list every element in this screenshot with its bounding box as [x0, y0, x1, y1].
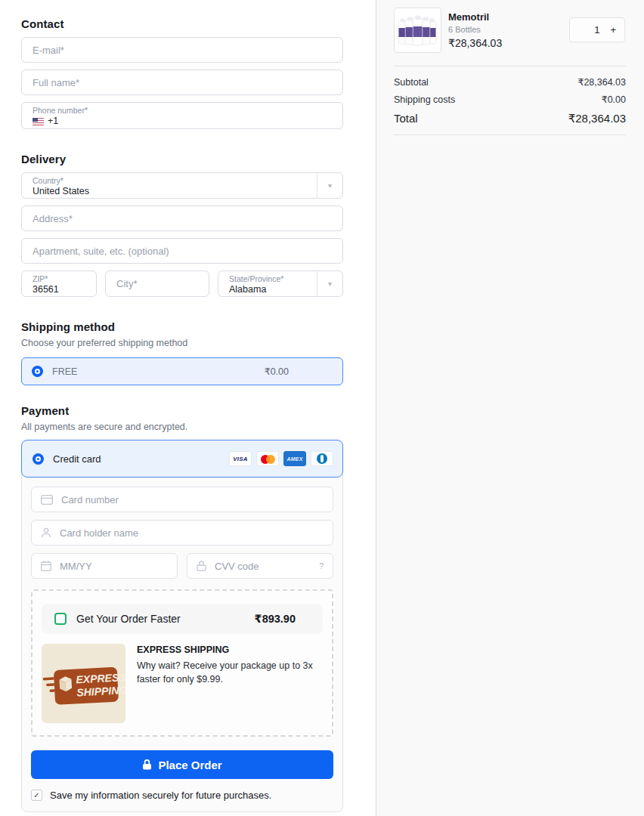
chevron-down-icon[interactable]: ▾: [317, 173, 342, 198]
chevron-down-icon[interactable]: ▾: [317, 271, 342, 296]
upsell-checkbox[interactable]: [54, 613, 67, 625]
country-label: Country*: [33, 176, 332, 186]
save-info-label: Save my information securely for future …: [50, 790, 271, 801]
cart-item: Memotril 6 Bottles ₹28,364.03 1 +: [394, 8, 626, 53]
product-thumbnail: [394, 8, 441, 53]
full-name-field[interactable]: [21, 70, 343, 95]
expiry-field[interactable]: [31, 553, 178, 579]
diners-club-icon: [311, 451, 333, 466]
credit-card-option[interactable]: Credit card VISA AMEX: [21, 440, 343, 478]
subtotal-label: Subtotal: [394, 74, 429, 91]
apartment-field[interactable]: [21, 238, 343, 264]
order-summary-panel: Memotril 6 Bottles ₹28,364.03 1 + Subtot…: [376, 0, 644, 816]
subtotal-row: Subtotal ₹28,364.03: [394, 74, 626, 91]
delivery-heading: Delivery: [21, 153, 343, 165]
radio-selected-icon[interactable]: [33, 453, 44, 465]
cvv-field[interactable]: ?: [187, 553, 333, 579]
full-name-input[interactable]: [33, 77, 332, 88]
city-input[interactable]: [116, 278, 198, 289]
city-field[interactable]: [105, 270, 209, 297]
shipping-costs-label: Shipping costs: [394, 91, 455, 109]
total-label: Total: [394, 110, 418, 128]
subtotal-value: ₹28,364.03: [577, 74, 626, 91]
address-input[interactable]: [33, 213, 332, 224]
person-icon: [41, 527, 51, 538]
express-shipping-upsell: Get Your Order Faster ₹893.90: [31, 589, 333, 737]
expiry-input[interactable]: [60, 561, 168, 572]
place-order-button[interactable]: Place Order: [31, 750, 333, 779]
zip-value: 36561: [33, 284, 85, 295]
card-holder-field[interactable]: [31, 520, 333, 546]
product-price: ₹28,364.03: [448, 37, 502, 49]
quantity-value: 1: [594, 24, 599, 36]
shipping-option-price: ₹0.00: [265, 366, 289, 377]
upsell-title: EXPRESS SHIPPING: [137, 644, 323, 655]
save-info-row[interactable]: ✓ Save my information securely for futur…: [31, 790, 333, 801]
phone-label: Phone number*: [33, 106, 332, 116]
address-field[interactable]: [21, 206, 343, 231]
cvv-input[interactable]: [215, 561, 311, 572]
upsell-price: ₹893.90: [255, 613, 296, 625]
credit-card-icon: [41, 495, 53, 505]
apartment-input[interactable]: [33, 246, 332, 257]
card-number-field[interactable]: [31, 487, 333, 512]
mastercard-icon: [256, 451, 279, 466]
us-flag-icon: [33, 118, 44, 125]
phone-prefix: +1: [48, 116, 58, 127]
quantity-stepper[interactable]: 1 +: [569, 17, 625, 42]
cvv-hint-icon: ?: [319, 562, 324, 570]
checkout-page: Contact Phone number* +1 Delivery Countr…: [0, 0, 644, 816]
visa-icon: VISA: [229, 451, 252, 466]
radio-selected-icon[interactable]: [32, 366, 43, 377]
express-shipping-badge-image: EXPRESS SHIPPING: [42, 644, 125, 723]
card-number-input[interactable]: [61, 494, 324, 505]
shipping-costs-value: ₹0.00: [602, 91, 626, 109]
lock-icon: [197, 561, 206, 571]
place-order-label: Place Order: [158, 759, 221, 771]
shipping-method-heading: Shipping method: [21, 320, 343, 333]
product-name: Memotril: [448, 11, 502, 23]
email-input[interactable]: [33, 45, 332, 56]
amex-icon: AMEX: [283, 451, 306, 466]
summary-divider: [394, 134, 626, 135]
total-value: ₹28,364.03: [568, 110, 626, 128]
total-row: Total ₹28,364.03: [394, 110, 626, 128]
shipping-costs-row: Shipping costs ₹0.00: [394, 91, 626, 109]
svg-text:EXPRESS: EXPRESS: [76, 671, 125, 685]
card-holder-input[interactable]: [60, 527, 324, 539]
phone-field[interactable]: Phone number* +1: [21, 102, 343, 129]
product-variant: 6 Bottles: [448, 25, 502, 34]
checkout-form: Contact Phone number* +1 Delivery Countr…: [0, 0, 376, 816]
country-value: United States: [33, 186, 332, 197]
calendar-icon: [41, 561, 51, 571]
payment-subtitle: All payments are secure and encrypted.: [21, 422, 343, 432]
state-select[interactable]: State/Province* Alabama ▾: [218, 270, 343, 297]
payment-form: ? Get Your Order Faster ₹893.90: [22, 478, 342, 811]
increase-quantity-button[interactable]: +: [610, 25, 616, 35]
upsell-offer-row[interactable]: Get Your Order Faster ₹893.90: [42, 604, 323, 634]
upsell-description: Why wait? Receive your package up to 3x …: [137, 659, 323, 686]
shipping-option-label: FREE: [52, 366, 77, 377]
shipping-option-free[interactable]: FREE ₹0.00: [21, 357, 343, 385]
zip-label: ZIP*: [33, 274, 85, 284]
svg-text:SHIPPING: SHIPPING: [76, 684, 125, 698]
shipping-method-subtitle: Choose your preferred shipping method: [21, 338, 343, 348]
credit-card-label: Credit card: [53, 453, 101, 465]
lock-icon: [142, 759, 152, 770]
contact-heading: Contact: [21, 17, 343, 30]
summary-divider: [394, 66, 626, 66]
payment-heading: Payment: [21, 404, 343, 417]
email-field[interactable]: [21, 37, 343, 63]
upsell-checkbox-label: Get Your Order Faster: [76, 613, 181, 625]
card-brand-icons: VISA AMEX: [229, 451, 333, 466]
payment-panel: Credit card VISA AMEX: [21, 440, 343, 812]
zip-field[interactable]: ZIP* 36561: [21, 270, 97, 297]
country-select[interactable]: Country* United States ▾: [21, 172, 343, 199]
save-info-checkbox[interactable]: ✓: [31, 790, 42, 801]
